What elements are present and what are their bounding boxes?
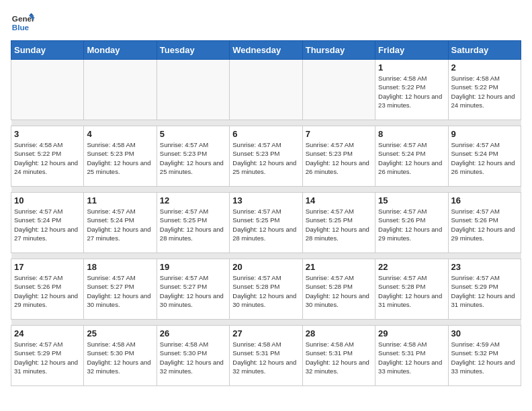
day-info: Sunrise: 4:58 AM Sunset: 5:31 PM Dayligh… bbox=[232, 340, 299, 375]
calendar-cell: 26Sunrise: 4:58 AM Sunset: 5:30 PM Dayli… bbox=[157, 326, 229, 386]
calendar-header-sunday: Sunday bbox=[11, 41, 84, 60]
calendar-cell: 18Sunrise: 4:57 AM Sunset: 5:27 PM Dayli… bbox=[84, 259, 157, 320]
calendar-cell: 16Sunrise: 4:57 AM Sunset: 5:26 PM Dayli… bbox=[448, 193, 521, 253]
spacer-cell bbox=[375, 187, 448, 193]
spacer-cell bbox=[11, 187, 84, 193]
day-info: Sunrise: 4:57 AM Sunset: 5:24 PM Dayligh… bbox=[451, 140, 518, 176]
spacer-cell bbox=[157, 120, 229, 126]
day-info: Sunrise: 4:58 AM Sunset: 5:31 PM Dayligh… bbox=[306, 340, 372, 375]
calendar-cell: 21Sunrise: 4:57 AM Sunset: 5:28 PM Dayli… bbox=[302, 259, 375, 320]
day-info: Sunrise: 4:57 AM Sunset: 5:26 PM Dayligh… bbox=[451, 207, 518, 242]
calendar-cell: 4Sunrise: 4:58 AM Sunset: 5:23 PM Daylig… bbox=[84, 126, 157, 187]
logo: General Blue bbox=[11, 11, 38, 35]
day-info: Sunrise: 4:57 AM Sunset: 5:27 PM Dayligh… bbox=[87, 273, 153, 309]
day-number: 9 bbox=[451, 129, 518, 139]
spacer-cell bbox=[157, 187, 229, 193]
calendar-cell: 23Sunrise: 4:57 AM Sunset: 5:29 PM Dayli… bbox=[448, 259, 521, 320]
day-info: Sunrise: 4:57 AM Sunset: 5:24 PM Dayligh… bbox=[87, 207, 153, 242]
day-info: Sunrise: 4:57 AM Sunset: 5:23 PM Dayligh… bbox=[160, 140, 226, 176]
day-number: 14 bbox=[306, 195, 372, 205]
spacer-cell bbox=[302, 187, 375, 193]
day-info: Sunrise: 4:59 AM Sunset: 5:32 PM Dayligh… bbox=[451, 340, 518, 375]
calendar-cell bbox=[302, 60, 375, 120]
svg-text:Blue: Blue bbox=[12, 23, 30, 32]
day-info: Sunrise: 4:57 AM Sunset: 5:25 PM Dayligh… bbox=[232, 207, 299, 242]
spacer-cell bbox=[448, 253, 521, 259]
calendar-cell: 22Sunrise: 4:57 AM Sunset: 5:28 PM Dayli… bbox=[375, 259, 448, 320]
calendar-cell: 27Sunrise: 4:58 AM Sunset: 5:31 PM Dayli… bbox=[230, 326, 302, 386]
day-number: 3 bbox=[14, 129, 81, 139]
calendar-cell bbox=[11, 60, 84, 120]
spacer-cell bbox=[302, 120, 375, 126]
calendar-cell bbox=[84, 60, 157, 120]
day-info: Sunrise: 4:57 AM Sunset: 5:24 PM Dayligh… bbox=[14, 207, 81, 242]
day-number: 29 bbox=[378, 328, 445, 338]
spacer-cell bbox=[230, 120, 302, 126]
calendar-header-tuesday: Tuesday bbox=[157, 41, 229, 60]
day-info: Sunrise: 4:57 AM Sunset: 5:25 PM Dayligh… bbox=[306, 207, 372, 242]
calendar-cell: 10Sunrise: 4:57 AM Sunset: 5:24 PM Dayli… bbox=[11, 193, 84, 253]
spacer-cell bbox=[230, 187, 302, 193]
calendar-cell: 17Sunrise: 4:57 AM Sunset: 5:26 PM Dayli… bbox=[11, 259, 84, 320]
spacer-cell bbox=[11, 320, 84, 326]
spacer-cell bbox=[157, 253, 229, 259]
day-info: Sunrise: 4:58 AM Sunset: 5:23 PM Dayligh… bbox=[87, 140, 153, 176]
day-info: Sunrise: 4:57 AM Sunset: 5:26 PM Dayligh… bbox=[378, 207, 445, 242]
day-number: 18 bbox=[87, 262, 153, 272]
spacer-cell bbox=[375, 320, 448, 326]
calendar-header-saturday: Saturday bbox=[448, 41, 521, 60]
calendar-cell: 9Sunrise: 4:57 AM Sunset: 5:24 PM Daylig… bbox=[448, 126, 521, 187]
calendar: SundayMondayTuesdayWednesdayThursdayFrid… bbox=[11, 40, 521, 386]
day-number: 15 bbox=[378, 195, 445, 205]
day-info: Sunrise: 4:57 AM Sunset: 5:28 PM Dayligh… bbox=[378, 273, 445, 309]
calendar-cell: 3Sunrise: 4:58 AM Sunset: 5:22 PM Daylig… bbox=[11, 126, 84, 187]
calendar-cell: 15Sunrise: 4:57 AM Sunset: 5:26 PM Dayli… bbox=[375, 193, 448, 253]
day-number: 5 bbox=[160, 129, 226, 139]
day-number: 21 bbox=[306, 262, 372, 272]
day-info: Sunrise: 4:57 AM Sunset: 5:23 PM Dayligh… bbox=[232, 140, 299, 176]
day-number: 8 bbox=[378, 129, 445, 139]
calendar-row-3: 17Sunrise: 4:57 AM Sunset: 5:26 PM Dayli… bbox=[11, 259, 521, 320]
day-info: Sunrise: 4:57 AM Sunset: 5:29 PM Dayligh… bbox=[451, 273, 518, 309]
day-info: Sunrise: 4:58 AM Sunset: 5:22 PM Dayligh… bbox=[14, 140, 81, 176]
day-number: 11 bbox=[87, 195, 153, 205]
day-info: Sunrise: 4:58 AM Sunset: 5:31 PM Dayligh… bbox=[378, 340, 445, 375]
calendar-cell: 14Sunrise: 4:57 AM Sunset: 5:25 PM Dayli… bbox=[302, 193, 375, 253]
day-number: 27 bbox=[232, 328, 299, 338]
day-number: 6 bbox=[232, 129, 299, 139]
calendar-row-1: 3Sunrise: 4:58 AM Sunset: 5:22 PM Daylig… bbox=[11, 126, 521, 187]
calendar-cell: 20Sunrise: 4:57 AM Sunset: 5:28 PM Dayli… bbox=[230, 259, 302, 320]
day-number: 28 bbox=[306, 328, 372, 338]
calendar-cell: 8Sunrise: 4:57 AM Sunset: 5:24 PM Daylig… bbox=[375, 126, 448, 187]
calendar-cell: 12Sunrise: 4:57 AM Sunset: 5:25 PM Dayli… bbox=[157, 193, 229, 253]
spacer-cell bbox=[448, 187, 521, 193]
calendar-row-4: 24Sunrise: 4:57 AM Sunset: 5:29 PM Dayli… bbox=[11, 326, 521, 386]
calendar-cell: 13Sunrise: 4:57 AM Sunset: 5:25 PM Dayli… bbox=[230, 193, 302, 253]
day-info: Sunrise: 4:58 AM Sunset: 5:22 PM Dayligh… bbox=[378, 74, 445, 109]
day-number: 22 bbox=[378, 262, 445, 272]
calendar-cell bbox=[230, 60, 302, 120]
spacer-cell bbox=[230, 253, 302, 259]
spacer-cell bbox=[84, 187, 157, 193]
calendar-header-thursday: Thursday bbox=[302, 41, 375, 60]
day-number: 17 bbox=[14, 262, 81, 272]
day-info: Sunrise: 4:57 AM Sunset: 5:24 PM Dayligh… bbox=[378, 140, 445, 176]
day-info: Sunrise: 4:58 AM Sunset: 5:30 PM Dayligh… bbox=[160, 340, 226, 375]
calendar-cell: 29Sunrise: 4:58 AM Sunset: 5:31 PM Dayli… bbox=[375, 326, 448, 386]
day-info: Sunrise: 4:57 AM Sunset: 5:25 PM Dayligh… bbox=[160, 207, 226, 242]
day-number: 25 bbox=[87, 328, 153, 338]
spacer-cell bbox=[302, 253, 375, 259]
day-info: Sunrise: 4:57 AM Sunset: 5:29 PM Dayligh… bbox=[14, 340, 81, 375]
spacer-cell bbox=[302, 320, 375, 326]
calendar-header-row: SundayMondayTuesdayWednesdayThursdayFrid… bbox=[11, 41, 521, 60]
spacer-cell bbox=[230, 320, 302, 326]
day-info: Sunrise: 4:57 AM Sunset: 5:28 PM Dayligh… bbox=[232, 273, 299, 309]
day-number: 16 bbox=[451, 195, 518, 205]
day-number: 13 bbox=[232, 195, 299, 205]
calendar-cell: 19Sunrise: 4:57 AM Sunset: 5:27 PM Dayli… bbox=[157, 259, 229, 320]
spacer-cell bbox=[448, 120, 521, 126]
spacer-cell bbox=[84, 320, 157, 326]
day-info: Sunrise: 4:57 AM Sunset: 5:23 PM Dayligh… bbox=[306, 140, 372, 176]
calendar-row-2: 10Sunrise: 4:57 AM Sunset: 5:24 PM Dayli… bbox=[11, 193, 521, 253]
day-number: 2 bbox=[451, 62, 518, 73]
